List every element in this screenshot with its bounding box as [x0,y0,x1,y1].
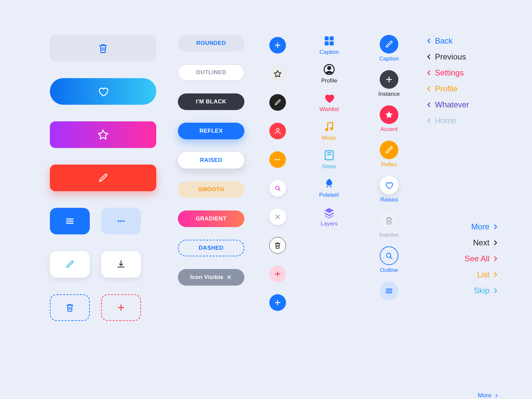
large-pencil-button[interactable] [50,165,156,191]
square-menu-button[interactable] [50,208,90,234]
trash-icon [65,303,74,312]
heart-fill-icon [323,92,335,104]
circle-plus-button[interactable] [269,37,286,54]
captioned-news[interactable]: News [322,149,336,170]
nav-label: More [478,392,491,399]
dashed-button[interactable]: DASHED [178,240,244,256]
pencil-icon [65,260,74,269]
square-dots-button[interactable] [101,208,141,234]
plus-icon [116,303,126,312]
plus-icon [274,299,282,307]
pencil-icon [385,40,393,49]
square-dashed-plus-button[interactable] [101,294,141,321]
captioned-avatar[interactable]: Profile [321,64,337,84]
caption-label: Instance [378,91,400,97]
dots-icon [274,156,282,164]
circle-star-button[interactable] [269,66,286,82]
raised-button[interactable]: RAISED [178,152,244,169]
captioned-rocket[interactable]: Poleteli! [319,178,339,199]
circle-dots-button[interactable] [269,151,286,168]
circ-captioned-pencil[interactable]: Caption [379,35,399,62]
reflex-button[interactable]: REFLEX [178,123,244,139]
nav-back-profile[interactable]: Profile [426,84,499,93]
circle-plus-bottom-button[interactable] [269,294,286,311]
large-trash-button[interactable] [50,35,156,62]
circle-pencil-button[interactable] [380,35,398,54]
rounded-button[interactable]: ROUNDED [178,35,244,52]
caption-label: Inactive [379,232,399,238]
nav-label: Back [435,36,453,46]
circle-star-button[interactable] [380,105,398,124]
nav-back-previous[interactable]: Previous [426,52,499,62]
black-button[interactable]: I'M BLACK [178,93,244,110]
circ-captioned-plus[interactable]: Instance [378,70,400,97]
captioned-heart[interactable]: Wishlist [320,92,339,113]
nav-more-small[interactable]: More [426,392,499,399]
caption-label: Raised [380,197,398,203]
menu-icon [385,287,393,295]
nav-back-home[interactable]: Home [426,116,499,125]
chevron-left-icon [426,116,432,125]
square-pencil-button[interactable] [50,251,90,278]
square-download-button[interactable] [101,251,141,278]
nav-forward-list[interactable]: List [477,270,499,279]
nav-label: Next [473,238,489,247]
chevron-left-icon [426,100,432,109]
caption-label: Poleteli! [319,192,339,199]
chevron-left-icon [426,84,432,93]
circle-trash-button[interactable] [380,211,398,230]
circle-trash-button[interactable] [269,237,286,254]
circ-captioned-star[interactable]: Accent [380,105,398,133]
close-icon [274,213,281,220]
nav-label: Profile [435,84,458,93]
square-dashed-trash-button[interactable] [50,294,90,321]
circle-close-button[interactable] [269,208,286,225]
circle-menu-button[interactable] [380,282,398,300]
avatar-icon [323,64,335,75]
gradient-button[interactable]: GRADIENT [178,210,244,227]
layers-icon [323,206,335,218]
button-label: I'M BLACK [196,98,226,105]
caption-label: Reflex [381,161,397,168]
chevron-right-icon [492,222,499,231]
circle-pencil-button[interactable] [380,141,398,159]
icon-visible-button[interactable]: Icon Visible [178,269,244,286]
nav-label: Skip [474,286,489,295]
circ-captioned-pencil[interactable]: Reflex [380,141,398,168]
circle-person-button[interactable] [269,123,286,139]
outlined-button[interactable]: OUTLINED [178,64,244,81]
heart-icon [97,86,109,97]
circ-captioned-menu[interactable] [380,282,398,300]
circ-captioned-trash[interactable]: Inactive [379,211,399,238]
nav-forward-more[interactable]: More [471,222,499,231]
nav-forward-see-all[interactable]: See All [465,254,499,263]
nav-forward-next[interactable]: Next [473,238,499,247]
nav-back-whatever[interactable]: Whatever [426,100,499,109]
menu-icon [65,216,75,226]
circle-pencil-button[interactable] [269,94,286,111]
circle-plus-button[interactable] [380,70,398,89]
circle-search-button[interactable] [269,180,286,197]
large-heart-button[interactable] [50,78,156,105]
circ-captioned-search[interactable]: Outline [380,246,398,274]
nav-back-settings[interactable]: Settings [426,68,499,77]
caption-label: Music [322,135,336,141]
caption-label: Layers [321,220,337,227]
close-icon [226,274,232,280]
nav-forward-skip[interactable]: Skip [474,286,499,295]
captioned-grid[interactable]: Caption [320,35,339,56]
large-star-button[interactable] [50,121,156,148]
circle-search-button[interactable] [380,246,398,265]
caption-label: Caption [379,56,399,62]
chevron-left-icon [426,36,432,46]
smooth-button[interactable]: SMOOTH [178,181,244,198]
chevron-left-icon [426,68,432,77]
captioned-music[interactable]: Music [322,121,336,141]
nav-back-back[interactable]: Back [426,36,499,46]
circle-plus-pink-button[interactable] [269,266,286,282]
chevron-right-icon [492,270,499,279]
captioned-layers[interactable]: Layers [321,206,337,227]
circle-heart-button[interactable] [380,176,398,195]
chevron-right-icon [492,286,499,295]
circ-captioned-heart[interactable]: Raised [380,176,398,203]
